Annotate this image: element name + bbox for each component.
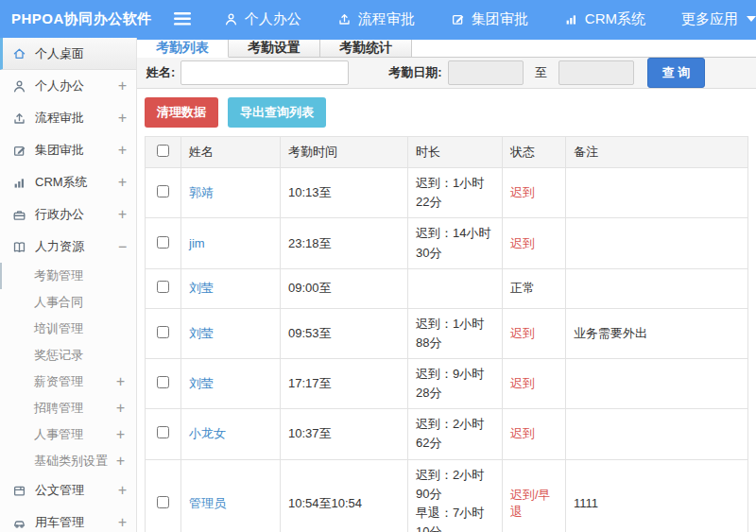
row-checkbox-cell: [146, 459, 181, 532]
plus-icon[interactable]: +: [118, 77, 127, 94]
employee-name-link[interactable]: jim: [189, 236, 205, 250]
sidebar-subitem-personnel-mgmt[interactable]: 人事管理+: [0, 421, 136, 448]
sidebar-item-workflow-approval[interactable]: 流程审批+: [0, 102, 136, 134]
sidebar-item-personal-desktop[interactable]: 个人桌面: [0, 38, 136, 70]
name-cell: 刘莹: [181, 308, 281, 358]
note-cell: [566, 168, 748, 218]
plus-icon[interactable]: +: [118, 482, 127, 499]
sidebar-subitem-recruit-mgmt[interactable]: 招聘管理+: [0, 395, 136, 421]
row-checkbox-cell: [146, 268, 181, 308]
time-cell: 10:13至: [281, 168, 408, 218]
row-checkbox[interactable]: [157, 236, 169, 249]
topbar: PHPOA协同办公软件 个人办公流程审批集团审批CRM系统更多应用: [0, 0, 756, 38]
date-to-input[interactable]: [558, 60, 634, 85]
sidebar-item-personal-office[interactable]: 个人办公+: [0, 70, 136, 102]
sidebar-subitem-salary-mgmt[interactable]: 薪资管理+: [0, 369, 136, 395]
plus-icon[interactable]: +: [116, 453, 125, 470]
name-cell: 小龙女: [181, 409, 281, 459]
topbar-nav: 个人办公流程审批集团审批CRM系统更多应用: [224, 10, 756, 28]
employee-name-link[interactable]: 管理员: [189, 496, 226, 510]
plus-icon[interactable]: +: [118, 110, 127, 127]
sidebar-subitem-base-category[interactable]: 基础类别设置+: [0, 448, 136, 474]
sidebar-subitem-label: 考勤管理: [34, 267, 83, 284]
status-cell: 迟到: [503, 218, 566, 268]
time-cell: 10:37至: [281, 409, 408, 459]
sidebar-subitem-label: 基础类别设置: [34, 453, 108, 470]
plus-icon[interactable]: +: [118, 206, 127, 223]
note-cell: [566, 409, 748, 459]
person-icon: [12, 79, 26, 94]
duration-cell: 迟到：2小时62分: [408, 409, 503, 459]
select-all-checkbox[interactable]: [157, 145, 169, 157]
note-cell: [566, 358, 748, 408]
clear-data-button[interactable]: 清理数据: [145, 97, 218, 128]
plus-icon[interactable]: +: [118, 142, 127, 159]
minus-icon[interactable]: −: [118, 238, 127, 255]
plus-icon[interactable]: +: [116, 426, 125, 443]
name-filter-input[interactable]: [180, 60, 349, 85]
note-cell: 业务需要外出: [566, 308, 748, 358]
date-from-input[interactable]: [448, 60, 524, 85]
name-cell: 刘莹: [181, 358, 281, 408]
time-cell: 09:53至: [281, 308, 408, 358]
sidebar-item-label: 流程审批: [35, 110, 84, 127]
attendance-table: 姓名考勤时间时长状态备注 郭靖10:13至迟到：1小时22分迟到jim23:18…: [145, 136, 748, 532]
row-checkbox[interactable]: [157, 326, 169, 338]
sidebar-item-label: 个人办公: [35, 77, 84, 94]
table-row: 刘莹09:53至迟到：1小时88分迟到业务需要外出: [146, 308, 748, 358]
date-to-label: 至: [535, 64, 547, 81]
duration-cell: 迟到：1小时88分: [408, 308, 503, 358]
sidebar-subitem-training-mgmt[interactable]: 培训管理: [0, 316, 136, 342]
name-cell: jim: [181, 218, 281, 268]
plus-icon[interactable]: +: [118, 174, 127, 191]
plus-icon[interactable]: +: [118, 514, 127, 531]
table-row: 刘莹17:17至迟到：9小时28分迟到: [146, 358, 748, 408]
home-icon: [12, 46, 26, 60]
sidebar-item-document-mgmt[interactable]: 公文管理+: [0, 474, 136, 506]
hamburger-menu-icon[interactable]: [165, 12, 199, 26]
sidebar-subitem-label: 招聘管理: [34, 400, 83, 417]
plus-icon[interactable]: +: [116, 400, 125, 417]
nav-item-personal-office[interactable]: 个人办公: [224, 10, 301, 28]
status-cell: 迟到/早退: [503, 459, 566, 532]
sidebar-subitem-hr-contract[interactable]: 人事合同: [0, 289, 136, 316]
sidebar-item-group-approval[interactable]: 集团审批+: [0, 134, 136, 166]
sidebar-subitem-attendance-mgmt[interactable]: 考勤管理: [0, 263, 136, 289]
duration-cell: 迟到：2小时90分 早退：7小时10分: [408, 459, 503, 532]
sidebar-item-label: 公文管理: [35, 482, 84, 499]
nav-item-group-approval[interactable]: 集团审批: [451, 10, 528, 28]
column-header: 考勤时间: [281, 137, 408, 168]
row-checkbox[interactable]: [157, 281, 169, 293]
sidebar-item-human-resources[interactable]: 人力资源−: [0, 231, 136, 263]
name-filter-label: 姓名:: [146, 64, 175, 81]
nav-item-more-apps[interactable]: 更多应用: [681, 10, 756, 28]
export-list-button[interactable]: 导出查询列表: [228, 97, 326, 128]
row-checkbox[interactable]: [157, 185, 169, 197]
sidebar-item-crm-system[interactable]: CRM系统+: [0, 166, 136, 198]
table-row: 郭靖10:13至迟到：1小时22分迟到: [146, 168, 748, 218]
sidebar-item-admin-office[interactable]: 行政办公+: [0, 198, 136, 231]
tab-attendance-settings[interactable]: 考勤设置: [229, 40, 320, 57]
briefcase-icon: [12, 208, 26, 222]
employee-name-link[interactable]: 郭靖: [189, 185, 214, 199]
nav-item-label: 更多应用: [681, 10, 738, 28]
sidebar-subitem-reward-punish[interactable]: 奖惩记录: [0, 342, 136, 369]
employee-name-link[interactable]: 刘莹: [189, 281, 214, 295]
row-checkbox-cell: [146, 218, 181, 268]
nav-item-workflow-approval[interactable]: 流程审批: [337, 10, 415, 28]
search-button[interactable]: 查 询: [647, 58, 706, 88]
employee-name-link[interactable]: 小龙女: [189, 426, 226, 440]
tab-attendance-stats[interactable]: 考勤统计: [320, 40, 412, 57]
employee-name-link[interactable]: 刘莹: [189, 326, 214, 340]
column-header: 姓名: [181, 137, 281, 168]
table-row: 管理员10:54至10:54迟到：2小时90分 早退：7小时10分迟到/早退11…: [146, 459, 748, 532]
nav-item-crm-system[interactable]: CRM系统: [564, 10, 645, 28]
plus-icon[interactable]: +: [116, 373, 125, 390]
sidebar-item-vehicle-mgmt[interactable]: 用车管理+: [0, 506, 136, 532]
tab-attendance-list[interactable]: 考勤列表: [137, 40, 229, 58]
row-checkbox[interactable]: [157, 426, 169, 438]
row-checkbox[interactable]: [157, 496, 169, 508]
employee-name-link[interactable]: 刘莹: [189, 376, 214, 390]
table-row: jim23:18至迟到：14小时30分迟到: [146, 218, 748, 268]
row-checkbox[interactable]: [157, 376, 169, 388]
